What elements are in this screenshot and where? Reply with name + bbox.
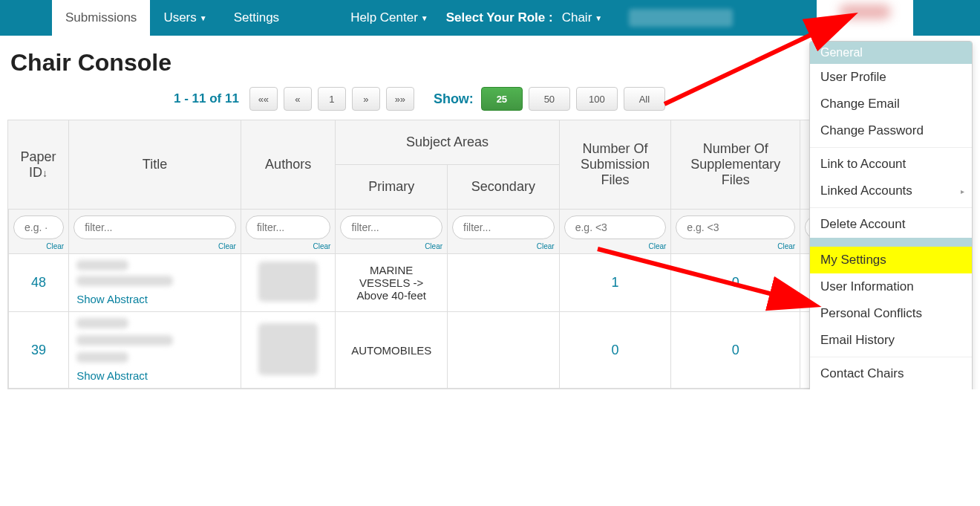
page-size-all[interactable]: All (624, 87, 665, 111)
filter-title-input[interactable] (74, 215, 236, 239)
menu-linked-accounts-label: Linked Accounts (820, 184, 912, 198)
page-last-button[interactable]: »» (386, 87, 414, 111)
filter-primary-input[interactable] (340, 215, 442, 239)
nav-trailing-space (913, 0, 980, 36)
col-secondary[interactable]: Secondary (447, 165, 559, 210)
subtitle-blurred (76, 335, 173, 346)
num-sub-link[interactable]: 0 (612, 343, 619, 357)
page-first-button[interactable]: «« (249, 87, 278, 111)
num-supp-link[interactable]: 0 (732, 275, 739, 290)
chevron-right-icon: ▸ (961, 187, 964, 195)
menu-contact-chairs[interactable]: Contact Chairs (810, 360, 972, 387)
col-paper-id[interactable]: Paper ID↓ (8, 120, 68, 210)
menu-header-conference (810, 238, 972, 247)
filter-clear[interactable]: Clear (777, 242, 795, 250)
sort-desc-icon: ↓ (42, 167, 48, 179)
menu-personal-conflicts[interactable]: Personal Conflicts (810, 300, 972, 327)
filter-clear[interactable]: Clear (648, 242, 666, 250)
menu-link-to-account[interactable]: Link to Account (810, 151, 972, 178)
menu-change-password[interactable]: Change Password (810, 117, 972, 144)
menu-change-email[interactable]: Change Email (810, 91, 972, 117)
cell-primary: AUTOMOBILES (335, 312, 447, 389)
col-title[interactable]: Title (68, 120, 241, 210)
paper-id-link[interactable]: 48 (31, 275, 46, 290)
page-number-button[interactable]: 1 (318, 87, 346, 111)
filter-clear[interactable]: Clear (425, 242, 442, 250)
page-next-button[interactable]: » (352, 87, 380, 111)
title-blurred (76, 318, 128, 328)
filter-clear[interactable]: Clear (313, 242, 330, 250)
role-select[interactable]: Chair ▼ (558, 0, 616, 36)
filter-clear[interactable]: Clear (218, 242, 236, 250)
num-supp-link[interactable]: 0 (732, 343, 739, 357)
title-blurred (76, 260, 128, 270)
cell-secondary (447, 312, 559, 389)
menu-delete-account[interactable]: Delete Account (810, 211, 972, 238)
role-select-label: Select Your Role : (442, 0, 558, 36)
show-abstract-link[interactable]: Show Abstract (76, 293, 148, 305)
user-menu-trigger[interactable] (817, 0, 913, 36)
menu-my-settings[interactable]: My Settings (810, 247, 972, 273)
top-nav: Submissions Users ▼ Settings Help Center… (0, 0, 980, 36)
result-count: 1 - 11 of 11 (174, 91, 239, 106)
subtitle-blurred (76, 352, 128, 363)
menu-email-history[interactable]: Email History (810, 327, 972, 354)
menu-header-general: General (810, 42, 972, 64)
caret-down-icon: ▼ (595, 14, 602, 22)
num-sub-link[interactable]: 1 (612, 275, 619, 290)
show-label: Show: (434, 91, 474, 107)
nav-users[interactable]: Users ▼ (150, 0, 220, 36)
col-paper-id-label: Paper ID (21, 149, 56, 180)
filter-num-supp-input[interactable] (676, 215, 795, 239)
col-authors[interactable]: Authors (241, 120, 335, 210)
nav-submissions[interactable]: Submissions (52, 0, 150, 36)
page-size-50[interactable]: 50 (529, 87, 570, 111)
menu-linked-accounts[interactable]: Linked Accounts ▸ (810, 178, 972, 204)
page-size-100[interactable]: 100 (576, 87, 618, 111)
filter-clear[interactable]: Clear (46, 242, 64, 250)
filter-paper-id-input[interactable] (13, 215, 64, 239)
filter-clear[interactable]: Clear (537, 242, 555, 250)
paper-id-link[interactable]: 39 (31, 343, 46, 357)
filter-secondary-input[interactable] (452, 215, 555, 239)
authors-blurred (258, 323, 318, 375)
cell-secondary (447, 254, 559, 312)
subtitle-blurred (76, 276, 173, 286)
caret-down-icon: ▼ (200, 14, 207, 22)
authors-blurred (258, 262, 318, 302)
col-subject-areas: Subject Areas (335, 120, 558, 165)
role-value: Chair (562, 10, 592, 25)
show-abstract-link[interactable]: Show Abstract (76, 369, 148, 382)
nav-settings[interactable]: Settings (220, 0, 293, 36)
page-prev-button[interactable]: « (284, 87, 312, 111)
col-num-submission[interactable]: Number Of Submission Files (559, 120, 671, 210)
nav-help-label: Help Center (350, 10, 418, 25)
nav-users-label: Users (163, 10, 196, 25)
page-size-25[interactable]: 25 (481, 87, 523, 111)
filter-authors-input[interactable] (246, 215, 330, 239)
col-primary[interactable]: Primary (335, 165, 447, 210)
col-num-supplementary[interactable]: Number Of Supplementary Files (670, 120, 800, 210)
menu-user-profile[interactable]: User Profile (810, 64, 972, 91)
caret-down-icon: ▼ (421, 14, 428, 22)
user-dropdown-menu: General User Profile Change Email Change… (809, 41, 973, 389)
cell-primary: MARINE VESSELS -> Above 40-feet (335, 254, 447, 312)
conference-name-blurred (629, 9, 733, 27)
menu-user-information[interactable]: User Information (810, 273, 972, 300)
nav-help-center[interactable]: Help Center ▼ (337, 0, 442, 36)
filter-num-sub-input[interactable] (564, 215, 667, 239)
